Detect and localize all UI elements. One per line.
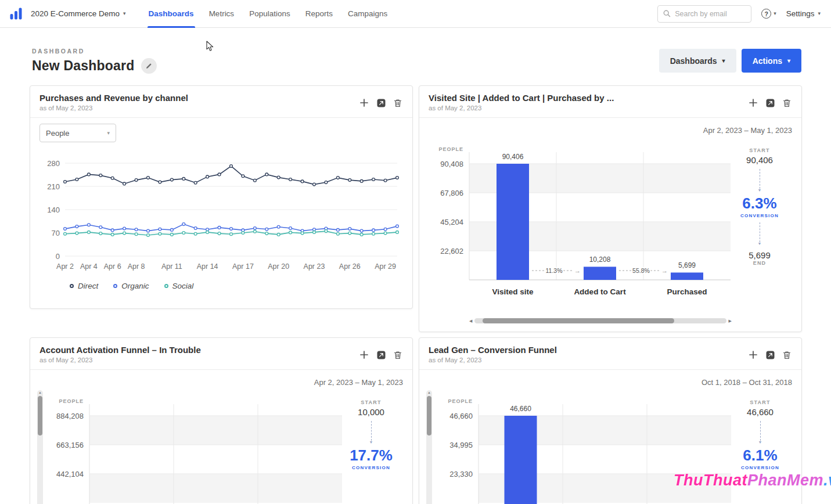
svg-text:→: → <box>574 267 581 274</box>
svg-text:22,602: 22,602 <box>440 247 463 255</box>
legend-marker-icon <box>70 284 74 288</box>
legend-item-social[interactable]: Social <box>164 282 194 290</box>
svg-text:46,660: 46,660 <box>510 405 531 413</box>
scroll-up-icon[interactable]: ▲ <box>37 391 43 394</box>
svg-text:Added to Cart: Added to Cart <box>574 287 626 296</box>
add-metric-button[interactable] <box>747 96 760 109</box>
funnel-conversion-value: 6.3% <box>742 195 776 212</box>
add-metric-button[interactable] <box>747 348 760 361</box>
annotation-button[interactable] <box>764 96 776 109</box>
svg-text:Apr 8: Apr 8 <box>128 262 145 271</box>
navbar-right: ? ▾ Settings ▾ <box>657 5 821 23</box>
chevron-down-icon: ▾ <box>123 11 126 16</box>
chevron-down-icon: ▾ <box>722 58 725 64</box>
scrollbar-thumb[interactable] <box>483 318 674 323</box>
search-icon <box>663 10 671 17</box>
watermark: ThuThuatPhanMem.vn <box>674 471 831 489</box>
delete-button[interactable] <box>780 96 793 109</box>
delete-button[interactable] <box>780 348 793 361</box>
scrollbar-thumb[interactable] <box>427 396 431 435</box>
svg-text:Apr 17: Apr 17 <box>232 262 254 271</box>
nav-populations[interactable]: Populations <box>242 0 298 28</box>
card-title: Account Activation Funnel – In Trouble <box>39 345 201 355</box>
pencil-icon <box>146 63 152 69</box>
settings-menu[interactable]: Settings ▾ <box>786 9 821 18</box>
legend-marker-icon <box>113 284 117 288</box>
svg-text:Apr 11: Apr 11 <box>161 262 182 271</box>
card-subtitle: as of May 2, 2023 <box>429 105 614 111</box>
bar-chart-logo-icon <box>8 6 24 21</box>
search-box[interactable] <box>657 5 751 23</box>
annotation-button[interactable] <box>764 348 776 361</box>
add-metric-button[interactable] <box>358 348 370 361</box>
scroll-up-icon[interactable]: ▲ <box>426 391 432 394</box>
delete-button[interactable] <box>391 96 404 109</box>
delete-button[interactable] <box>391 348 404 361</box>
nav-reports[interactable]: Reports <box>298 0 340 28</box>
annotation-icon <box>377 99 386 107</box>
card-title: Lead Gen – Conversion Funnel <box>429 345 557 355</box>
funnel-summary: START10,000▼17.7%CONVERSION <box>342 387 400 470</box>
scrollbar-thumb[interactable] <box>38 396 42 435</box>
chart-legend: DirectOrganicSocial <box>39 282 403 290</box>
edit-title-button[interactable] <box>141 58 157 74</box>
funnel-bar-1 <box>584 267 616 280</box>
scrollbar-track[interactable] <box>474 318 726 323</box>
top-navbar: 2020 E-Commerce Demo ▾ Dashboards Metric… <box>0 0 831 28</box>
nav-campaigns[interactable]: Campaigns <box>340 0 395 28</box>
svg-text:Apr 4: Apr 4 <box>80 262 98 271</box>
workspace-name: 2020 E-Commerce Demo <box>31 9 120 18</box>
svg-text:Apr 23: Apr 23 <box>304 262 325 271</box>
svg-text:442,104: 442,104 <box>56 470 84 478</box>
add-metric-button[interactable] <box>358 96 370 109</box>
legend-item-organic[interactable]: Organic <box>113 282 149 290</box>
help-menu[interactable]: ? ▾ <box>761 9 776 19</box>
funnel-start-label: START <box>750 399 770 405</box>
date-range: Apr 2, 2023 – May 1, 2023 <box>429 126 792 135</box>
svg-text:PEOPLE: PEOPLE <box>59 398 84 404</box>
nav-metrics[interactable]: Metrics <box>202 0 242 28</box>
svg-text:Apr 29: Apr 29 <box>375 262 396 271</box>
people-select[interactable]: People ▾ <box>39 124 116 142</box>
funnel-bar-0 <box>497 164 529 280</box>
card-subtitle: as of May 2, 2023 <box>429 357 557 363</box>
svg-text:Visited site: Visited site <box>492 287 534 296</box>
help-icon: ? <box>761 9 771 19</box>
card-visited-added-purchased-funnel: Visited Site | Added to Cart | Purchased… <box>419 85 802 332</box>
card-subtitle: as of May 2, 2023 <box>39 105 188 111</box>
legend-item-direct[interactable]: Direct <box>70 282 98 290</box>
funnel-start-label: START <box>361 399 381 405</box>
workspace-selector[interactable]: 2020 E-Commerce Demo ▾ <box>31 9 126 18</box>
vertical-scrollbar[interactable]: ▲ <box>426 390 432 504</box>
app-logo-icon[interactable] <box>8 6 24 21</box>
svg-text:663,156: 663,156 <box>56 441 84 449</box>
nav-dashboards[interactable]: Dashboards <box>141 0 202 28</box>
actions-dropdown-button[interactable]: Actions ▾ <box>742 49 801 73</box>
funnel-chart-svg: 884,208663,156442,104PEOPLE <box>49 394 342 504</box>
scroll-right-icon[interactable]: ▶ <box>729 319 732 323</box>
plus-icon <box>360 351 368 359</box>
funnel-start-label: START <box>749 147 769 153</box>
trash-icon <box>394 351 402 359</box>
watermark-part: ThuThuat <box>674 471 747 489</box>
svg-text:PEOPLE: PEOPLE <box>448 398 473 404</box>
dashboards-dropdown-button[interactable]: Dashboards ▾ <box>659 49 736 73</box>
svg-text:67,806: 67,806 <box>440 189 463 197</box>
actions-button-label: Actions <box>753 56 782 66</box>
horizontal-scrollbar[interactable]: ◀ ▶ <box>469 318 732 323</box>
scroll-left-icon[interactable]: ◀ <box>469 319 472 323</box>
search-input[interactable] <box>675 10 746 18</box>
down-arrow-icon: ▼ <box>758 169 762 192</box>
chevron-down-icon: ▾ <box>818 11 821 16</box>
trash-icon <box>394 99 402 107</box>
funnel-start-value: 46,660 <box>747 407 774 417</box>
annotation-button[interactable] <box>375 348 387 361</box>
svg-text:55.8%: 55.8% <box>632 267 650 274</box>
down-arrow-icon: ▼ <box>758 222 762 245</box>
annotation-button[interactable] <box>375 96 387 109</box>
select-value: People <box>46 129 69 138</box>
funnel-chart: 90,40867,80645,20422,602PEOPLE90,40610,2… <box>429 142 731 316</box>
vertical-scrollbar[interactable]: ▲ <box>37 390 43 504</box>
svg-text:Apr 6: Apr 6 <box>104 262 121 271</box>
funnel-chart: 884,208663,156442,104PEOPLE <box>49 394 342 504</box>
